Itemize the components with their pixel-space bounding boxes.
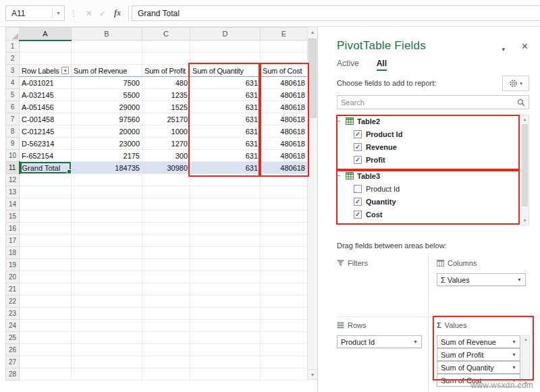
- field-revenue[interactable]: Revenue: [337, 140, 518, 153]
- col-header-e[interactable]: E: [261, 28, 308, 40]
- checkbox[interactable]: [354, 143, 362, 151]
- col-header-a[interactable]: A: [20, 28, 72, 40]
- cell[interactable]: [261, 40, 308, 53]
- selected-cell-a11[interactable]: Grand Total: [20, 162, 72, 174]
- field-cost[interactable]: Cost: [337, 208, 518, 221]
- cell[interactable]: [142, 211, 190, 223]
- cell[interactable]: [261, 235, 308, 247]
- columns-area[interactable]: Columns Σ Values▼: [429, 255, 530, 317]
- cell[interactable]: [261, 247, 308, 259]
- cell[interactable]: [261, 296, 308, 308]
- pivot-cell[interactable]: 480618: [261, 138, 308, 150]
- pivot-cell[interactable]: D-562314: [20, 138, 72, 150]
- chevron-down-icon[interactable]: ▼: [512, 339, 516, 344]
- cell[interactable]: [142, 235, 190, 247]
- cell[interactable]: [261, 308, 308, 320]
- pivot-cell[interactable]: 1270: [142, 138, 190, 150]
- cell[interactable]: [261, 344, 308, 356]
- cell[interactable]: [190, 283, 261, 296]
- cell[interactable]: [142, 271, 190, 283]
- field-pill-sum-of-quantity[interactable]: Sum of Quantity▼: [437, 361, 520, 374]
- cell[interactable]: [72, 296, 142, 308]
- cell[interactable]: [261, 211, 308, 223]
- cell[interactable]: [142, 186, 190, 198]
- cell[interactable]: [190, 308, 261, 320]
- field-pill-sigma-values[interactable]: Σ Values▼: [437, 273, 526, 286]
- row-header[interactable]: 7: [6, 113, 20, 125]
- col-header-b[interactable]: B: [72, 28, 142, 40]
- pivot-cell[interactable]: 631: [190, 113, 261, 125]
- checkbox[interactable]: [354, 130, 362, 138]
- row-header[interactable]: 5: [6, 89, 20, 101]
- field-quantity[interactable]: Quantity: [337, 195, 518, 208]
- cell[interactable]: [261, 53, 308, 65]
- pivot-cell[interactable]: 1235: [142, 89, 190, 101]
- field-pill-sum-of-revenue[interactable]: Sum of Revenue▼: [437, 335, 520, 348]
- row-header[interactable]: 1: [6, 40, 20, 53]
- cell[interactable]: [142, 332, 190, 344]
- row-header[interactable]: 25: [6, 332, 20, 344]
- pivot-cell[interactable]: 631: [190, 138, 261, 150]
- cell[interactable]: [142, 53, 190, 65]
- cell[interactable]: [72, 223, 142, 235]
- row-header[interactable]: 15: [6, 211, 20, 223]
- pivot-cell[interactable]: 7500: [72, 77, 142, 89]
- pivot-cell[interactable]: 480618: [261, 150, 308, 162]
- field-product-id[interactable]: Product Id: [337, 182, 518, 195]
- cell[interactable]: [190, 235, 261, 247]
- pivot-cell[interactable]: 631: [190, 150, 261, 162]
- scrollbar-thumb[interactable]: [522, 124, 528, 206]
- cell[interactable]: [142, 198, 190, 211]
- pivot-cell[interactable]: 23000: [72, 138, 142, 150]
- cell[interactable]: [190, 320, 261, 332]
- cell[interactable]: [72, 259, 142, 271]
- row-header[interactable]: 23: [6, 308, 20, 320]
- row-header[interactable]: 22: [6, 296, 20, 308]
- values-scrollbar[interactable]: ▲ ▼: [522, 335, 530, 387]
- cell[interactable]: [142, 308, 190, 320]
- cell[interactable]: [142, 283, 190, 296]
- cell[interactable]: [20, 332, 72, 344]
- cell[interactable]: [261, 271, 308, 283]
- values-dropzone[interactable]: Sum of Revenue▼ Sum of Profit▼ Sum of Qu…: [437, 335, 530, 387]
- cell[interactable]: [72, 40, 142, 53]
- row-header[interactable]: 10: [6, 150, 20, 162]
- cell[interactable]: [20, 186, 72, 198]
- field-profit[interactable]: Profit: [337, 153, 518, 166]
- row-header[interactable]: 17: [6, 235, 20, 247]
- cell[interactable]: [72, 283, 142, 296]
- pivot-cell[interactable]: 5500: [72, 89, 142, 101]
- table2-row[interactable]: − Table2: [337, 115, 518, 128]
- cell[interactable]: [261, 356, 308, 368]
- filters-area[interactable]: Filters: [337, 255, 429, 317]
- cell[interactable]: [142, 259, 190, 271]
- collapse-icon[interactable]: −: [337, 172, 342, 179]
- search-box[interactable]: [337, 95, 529, 109]
- cell[interactable]: [190, 198, 261, 211]
- cell[interactable]: [261, 223, 308, 235]
- row-header[interactable]: 8: [6, 125, 20, 138]
- cell[interactable]: [20, 53, 72, 65]
- cell[interactable]: [142, 356, 190, 368]
- pivot-cell[interactable]: 2175: [72, 150, 142, 162]
- cell[interactable]: [20, 308, 72, 320]
- cell[interactable]: [190, 174, 261, 186]
- cell[interactable]: [20, 320, 72, 332]
- field-pill-sum-of-profit[interactable]: Sum of Profit▼: [437, 348, 520, 361]
- checkbox[interactable]: [354, 211, 362, 219]
- field-product-id[interactable]: Product Id: [337, 128, 518, 140]
- pivot-cell[interactable]: A-051456: [20, 101, 72, 113]
- cell[interactable]: [190, 332, 261, 344]
- checkbox[interactable]: [354, 156, 362, 164]
- cell[interactable]: [20, 174, 72, 186]
- row-header[interactable]: 14: [6, 198, 20, 211]
- row-header[interactable]: 27: [6, 356, 20, 368]
- cell[interactable]: [190, 186, 261, 198]
- pivot-cell[interactable]: 30980: [142, 162, 190, 174]
- cell[interactable]: [190, 271, 261, 283]
- cell[interactable]: [261, 186, 308, 198]
- pivot-cell[interactable]: 480618: [261, 113, 308, 125]
- cell[interactable]: [20, 356, 72, 368]
- table3-row[interactable]: − Table3: [337, 169, 518, 182]
- cell[interactable]: [20, 40, 72, 53]
